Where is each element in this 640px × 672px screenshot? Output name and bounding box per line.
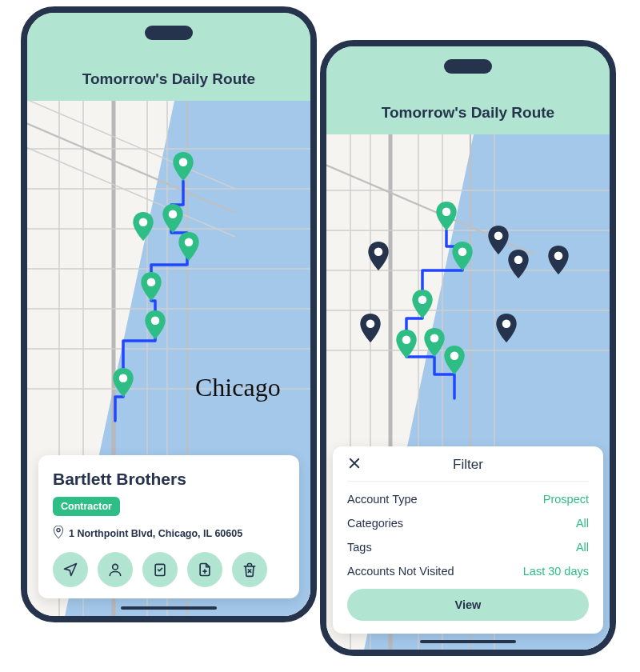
navigate-button[interactable] [53,552,88,587]
map-pin-green[interactable] [412,290,433,318]
map-pin-navy[interactable] [368,242,389,270]
map-pin-green[interactable] [452,242,473,270]
map-pin-green[interactable] [162,204,183,233]
filter-row-label: Tags [347,541,372,554]
trash-icon [242,562,258,578]
close-button[interactable] [347,456,371,473]
filter-title: Filter [371,457,565,473]
add-note-button[interactable] [187,552,222,587]
header-title: Tomorrow's Daily Route [82,70,255,88]
map-pin-navy[interactable] [360,314,381,342]
account-detail-card: Bartlett Brothers Contractor 1 Northpoin… [38,455,299,598]
person-icon [107,562,123,578]
map-pin-green[interactable] [424,328,445,357]
map-pin-navy[interactable] [508,250,529,278]
city-label: Chicago [195,373,281,402]
map-pin-navy[interactable] [496,314,517,342]
svg-point-18 [113,564,118,570]
header-title: Tomorrow's Daily Route [382,104,554,122]
map-pin-green[interactable] [444,346,465,374]
account-title: Bartlett Brothers [53,470,285,489]
map-pin-green[interactable] [173,152,194,181]
add-note-icon [197,562,213,578]
filter-row-value: Last 30 days [523,565,589,578]
filter-row[interactable]: Account TypeProspect [347,493,589,506]
notch [145,26,193,40]
home-indicator[interactable] [121,606,217,610]
notch [444,59,492,74]
view-button[interactable]: View [347,589,589,621]
map-pin-green[interactable] [113,368,134,397]
close-icon [347,456,362,470]
map-pin-green[interactable] [436,202,457,230]
action-row [53,552,285,587]
map-pin-green[interactable] [141,272,162,301]
home-indicator[interactable] [420,640,516,643]
filter-row[interactable]: TagsAll [347,541,589,554]
filter-row-value: All [576,517,589,530]
map-pin-green[interactable] [145,310,166,339]
svg-line-14 [27,117,235,213]
filter-card: Filter Account TypeProspectCategoriesAll… [333,446,603,634]
map-pin-green[interactable] [396,330,417,358]
account-chip: Contractor [53,497,120,516]
phone-right: Tomorrow's Daily Route Filter [320,40,616,656]
map-pin-navy[interactable] [548,246,569,274]
phone-left: Tomorrow's Daily Route Chicago Bartlet [21,6,317,622]
filter-row[interactable]: CategoriesAll [347,517,589,530]
navigate-icon [62,562,78,578]
filter-row-value: Prospect [543,493,589,506]
filter-row-label: Account Type [347,493,418,506]
checkin-button[interactable] [142,552,178,587]
delete-button[interactable] [232,552,267,587]
map-pin-green[interactable] [178,232,199,261]
pin-icon [53,526,64,541]
contact-button[interactable] [98,552,133,587]
account-address: 1 Northpoint Blvd, Chicago, IL 60605 [69,528,242,539]
svg-line-15 [27,101,235,189]
filter-row-label: Categories [347,517,403,530]
map-pin-green[interactable] [133,212,154,241]
account-address-row: 1 Northpoint Blvd, Chicago, IL 60605 [53,526,285,541]
filter-row-label: Accounts Not Visited [347,565,454,578]
filter-row[interactable]: Accounts Not VisitedLast 30 days [347,565,589,578]
map-pin-navy[interactable] [488,226,509,254]
checklist-icon [152,562,168,578]
filter-row-value: All [576,541,589,554]
